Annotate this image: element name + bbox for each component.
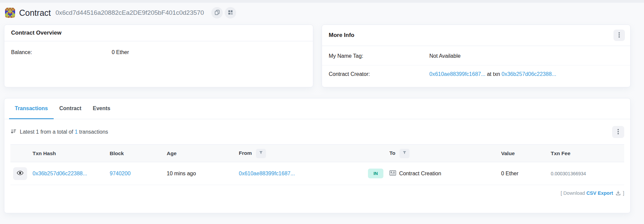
creator-txn-link[interactable]: 0x36b257d06c22388... [501, 71, 556, 77]
from-address-link[interactable]: 0x610ae88399fc1687... [239, 171, 295, 176]
contract-creator-value: 0x610ae88399fc1687... at txn 0x36b257d06… [429, 71, 556, 77]
creator-address-link[interactable]: 0x610ae88399fc1687... [429, 71, 485, 77]
contract-address: 0x6cd7d44516a20882cEa2DE9f205bF401c0d235… [55, 9, 204, 16]
filter-icon [402, 151, 407, 156]
transactions-summary-row: Latest 1 from a total of 1 transactions [10, 126, 624, 138]
kebab-menu-icon [618, 129, 619, 135]
table-header-row: Txn Hash Block Age From [10, 145, 624, 162]
summary-count-link[interactable]: 1 [75, 129, 78, 135]
block-link[interactable]: 9740200 [110, 171, 130, 176]
summary-prefix: Latest 1 from a total of [20, 129, 73, 135]
more-info-title: More Info [329, 32, 355, 39]
direction-badge: IN [368, 169, 383, 178]
tabbar: Transactions Contract Events [4, 98, 630, 119]
download-prefix: [ Download [561, 190, 585, 196]
tab-contract[interactable]: Contract [54, 98, 87, 119]
cell-eye [10, 162, 30, 185]
kebab-menu-icon [619, 32, 620, 39]
download-suffix: ] [623, 190, 624, 196]
cell-txn-hash: 0x36b257d06c22388... [30, 162, 107, 185]
name-tag-value: Not Available [429, 53, 461, 59]
header-badge-spacer [365, 145, 385, 162]
summary-suffix: transactions [79, 129, 108, 135]
summary-cards-row: Contract Overview Balance: 0 Ether More … [4, 25, 631, 87]
page-header: Contract 0x6cd7d44516a20882cEa2DE9f205bF… [0, 3, 644, 23]
csv-export-link[interactable]: CSV Export [586, 190, 613, 196]
header-eye-spacer [10, 145, 30, 162]
tab-events[interactable]: Events [87, 98, 116, 119]
header-block: Block [107, 145, 164, 162]
sort-icon [10, 128, 16, 136]
tab-transactions[interactable]: Transactions [9, 98, 54, 119]
contract-identicon [5, 8, 15, 18]
more-info-header: More Info [322, 25, 630, 46]
header-txn-fee[interactable]: Txn Fee [544, 145, 624, 162]
private-note-button[interactable] [13, 167, 27, 180]
contract-overview-header: Contract Overview [4, 25, 313, 41]
transactions-menu-button[interactable] [612, 126, 624, 138]
header-to-label: To [389, 150, 395, 156]
cell-txn-fee: 0.000301366934 [544, 162, 624, 185]
top-strip [0, 0, 644, 3]
copy-icon [214, 9, 220, 16]
name-tag-label: My Name Tag: [329, 53, 429, 59]
transactions-table: Txn Hash Block Age From [10, 144, 624, 185]
name-tag-row: My Name Tag: Not Available [322, 46, 630, 65]
txn-hash-link[interactable]: 0x36b257d06c22388... [33, 171, 87, 176]
cell-to: Contract Creation [385, 162, 494, 185]
at-txn-text: at txn [487, 71, 500, 77]
cell-age: 10 mins ago [164, 162, 236, 185]
balance-label: Balance: [11, 49, 112, 55]
balance-value: 0 Ether [112, 49, 129, 55]
transactions-summary: Latest 1 from a total of 1 transactions [10, 128, 108, 136]
qr-code-button[interactable] [225, 7, 236, 18]
from-filter-button[interactable] [256, 149, 266, 158]
balance-row: Balance: 0 Ether [4, 41, 313, 55]
contract-creator-row: Contract Creator: 0x610ae88399fc1687... … [322, 65, 630, 77]
contract-overview-title: Contract Overview [11, 30, 61, 36]
to-filter-button[interactable] [399, 149, 410, 158]
header-value: Value [494, 145, 544, 162]
grid-icon [228, 10, 233, 16]
eye-icon [17, 171, 23, 176]
more-info-card: More Info My Name Tag: Not Available Con… [322, 25, 631, 87]
header-txn-hash: Txn Hash [30, 145, 107, 162]
summary-text: Latest 1 from a total of 1 transactions [20, 129, 108, 135]
header-to: To [385, 145, 494, 162]
more-info-menu-button[interactable] [613, 30, 625, 41]
csv-export-row: [ Download CSV Export ] [10, 190, 624, 196]
contract-creator-label: Contract Creator: [329, 71, 429, 77]
header-from-label: From [239, 150, 252, 156]
copy-address-button[interactable] [211, 7, 223, 18]
method-label: Contract Creation [399, 171, 441, 177]
cell-value: 0 Ether [494, 162, 544, 185]
contract-creation-icon [389, 170, 396, 177]
table-row: 0x36b257d06c22388... 9740200 10 mins ago… [10, 162, 624, 185]
filter-icon [259, 151, 263, 156]
page-title: Contract [19, 8, 51, 18]
cell-direction: IN [365, 162, 385, 185]
txn-fee-value: 0.000301366934 [551, 171, 586, 176]
cell-from: 0x610ae88399fc1687... [236, 162, 365, 185]
transactions-content: Latest 1 from a total of 1 transactions [4, 126, 630, 196]
header-from: From [236, 145, 365, 162]
cell-block: 9740200 [107, 162, 164, 185]
transactions-card: Transactions Contract Events Latest 1 fr… [4, 98, 631, 213]
download-icon [616, 191, 621, 196]
contract-overview-card: Contract Overview Balance: 0 Ether [4, 25, 313, 87]
header-age[interactable]: Age [164, 145, 236, 162]
